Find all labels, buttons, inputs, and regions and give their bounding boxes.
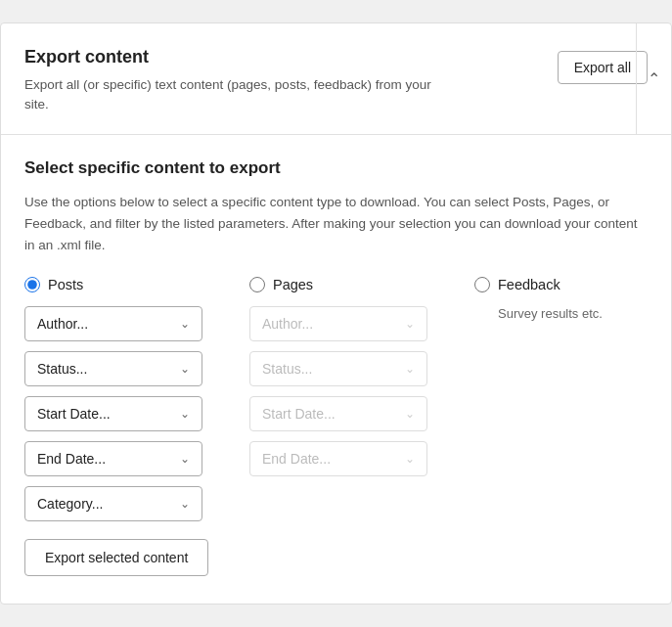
posts-dropdowns: Author... ⌄ Status... ⌄ Start Date... ⌄ … [24, 306, 202, 521]
pages-radio-row[interactable]: Pages [249, 277, 474, 292]
pages-author-label: Author... [262, 316, 313, 332]
pages-status-label: Status... [262, 361, 312, 377]
posts-radio-row[interactable]: Posts [24, 277, 249, 292]
pages-author-dropdown: Author... ⌄ [249, 306, 427, 341]
pages-startdate-label: Start Date... [262, 406, 336, 422]
pages-enddate-dropdown: End Date... ⌄ [249, 441, 427, 476]
posts-author-label: Author... [37, 316, 88, 332]
posts-radio[interactable] [24, 277, 40, 292]
feedback-radio[interactable] [474, 277, 490, 292]
export-header-text: Export content Export all (or specific) … [24, 47, 538, 115]
feedback-note: Survey results etc. [474, 306, 648, 321]
pages-column: Pages Author... ⌄ Status... ⌄ Start Date… [249, 277, 474, 531]
posts-startdate-label: Start Date... [37, 406, 111, 422]
posts-startdate-chevron-icon: ⌄ [180, 407, 190, 421]
pages-enddate-chevron-icon: ⌄ [405, 452, 415, 466]
posts-startdate-dropdown[interactable]: Start Date... ⌄ [24, 396, 202, 431]
feedback-radio-row[interactable]: Feedback [474, 277, 648, 292]
posts-enddate-dropdown[interactable]: End Date... ⌄ [24, 441, 202, 476]
export-selected-button[interactable]: Export selected content [24, 539, 208, 576]
pages-startdate-chevron-icon: ⌄ [405, 407, 415, 421]
posts-category-chevron-icon: ⌄ [180, 497, 190, 511]
posts-author-chevron-icon: ⌄ [180, 317, 190, 331]
select-title: Select specific content to export [24, 158, 648, 178]
pages-status-dropdown: Status... ⌄ [249, 351, 427, 386]
posts-label[interactable]: Posts [48, 277, 83, 292]
select-description: Use the options below to select a specif… [24, 192, 648, 255]
pages-author-chevron-icon: ⌄ [405, 317, 415, 331]
pages-dropdowns: Author... ⌄ Status... ⌄ Start Date... ⌄ … [249, 306, 427, 476]
posts-column: Posts Author... ⌄ Status... ⌄ Start Date… [24, 277, 249, 531]
export-all-button[interactable]: Export all [558, 51, 648, 84]
export-description: Export all (or specific) text content (p… [24, 75, 435, 115]
select-section: Select specific content to export Use th… [1, 135, 671, 604]
export-title: Export content [24, 47, 538, 67]
pages-radio[interactable] [249, 277, 265, 292]
posts-category-label: Category... [37, 496, 103, 512]
page-container: Export content Export all (or specific) … [0, 22, 672, 605]
pages-status-chevron-icon: ⌄ [405, 362, 415, 376]
posts-status-dropdown[interactable]: Status... ⌄ [24, 351, 202, 386]
posts-status-label: Status... [37, 361, 87, 377]
collapse-icon[interactable]: ⌃ [636, 23, 671, 135]
posts-status-chevron-icon: ⌄ [180, 362, 190, 376]
posts-author-dropdown[interactable]: Author... ⌄ [24, 306, 202, 341]
pages-enddate-label: End Date... [262, 451, 331, 467]
pages-startdate-dropdown: Start Date... ⌄ [249, 396, 427, 431]
posts-enddate-label: End Date... [37, 451, 106, 467]
posts-category-dropdown[interactable]: Category... ⌄ [24, 486, 202, 521]
feedback-column: Feedback Survey results etc. [474, 277, 648, 531]
columns-wrapper: Posts Author... ⌄ Status... ⌄ Start Date… [24, 277, 648, 531]
feedback-label[interactable]: Feedback [498, 277, 560, 292]
pages-label[interactable]: Pages [273, 277, 313, 292]
export-header: Export content Export all (or specific) … [1, 23, 671, 136]
posts-enddate-chevron-icon: ⌄ [180, 452, 190, 466]
